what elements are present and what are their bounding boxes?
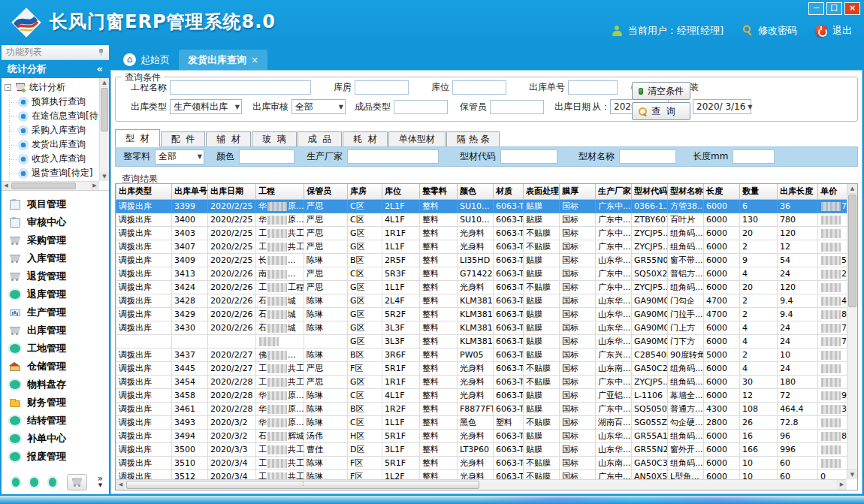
material-tab[interactable]: 成 品 (298, 131, 343, 147)
sidebar-menu-item[interactable]: 财务管理 (2, 394, 109, 412)
scroll-down-icon[interactable]: ▼ (847, 469, 857, 479)
scroll-left-icon[interactable]: ◀ (2, 182, 11, 190)
scroll-up-icon[interactable]: ▲ (847, 184, 857, 194)
whole-piece-select[interactable]: 全部▼ (155, 149, 204, 164)
sidebar-menu-item[interactable]: 入库管理 (2, 249, 109, 267)
sidebar-menu-item[interactable]: 出库管理 (2, 321, 109, 340)
column-header[interactable]: 整零料 (420, 184, 458, 199)
table-row[interactable]: 调拨出库35122020/3/4工共工程陈琳F区1L2F整料光身料6063-T5… (116, 469, 847, 479)
more-menus-chevron[interactable]: » ▼ (98, 475, 103, 489)
tree-expander-icon[interactable]: - (5, 84, 11, 91)
table-row[interactable]: 调拨出库34072020/2/25工共工程严思G区1L1F整料光身料6063-T… (116, 240, 847, 253)
tree-item[interactable]: 在途信息查询[待 (9, 109, 98, 123)
scroll-right-icon[interactable]: ▶ (90, 182, 99, 190)
maximize-button[interactable]: 口 (826, 2, 842, 15)
table-row[interactable]: 调拨出库34282020/2/26石城陈琳G区2L4F整料KLM38176063… (116, 294, 847, 307)
table-row[interactable]: 调拨出库34942020/3/2石辉城汤伟H区5R1F整料光身料6063-T5贴… (116, 429, 847, 442)
material-tab[interactable]: 耗 材 (343, 131, 388, 147)
table-row[interactable]: 调拨出库35102020/3/4工共工程陈琳F区5R1F整料光身料6063-T5… (116, 456, 847, 469)
sidebar-menu-item[interactable]: 审核中心 (2, 213, 109, 231)
table-row[interactable]: 调拨出库35002020/3/3工共工程曹佳D区3L1F整料LT3P606063… (116, 442, 847, 456)
project-name-input[interactable] (170, 80, 311, 95)
cart-button[interactable] (67, 474, 86, 490)
column-header[interactable]: 颜色 (458, 184, 494, 199)
sidebar-menu-item[interactable]: 采购管理 (2, 231, 109, 249)
dot-icon[interactable] (30, 478, 38, 487)
column-header[interactable]: 数量 (740, 184, 778, 199)
sidebar-menu-item[interactable]: 物料盘存 (2, 376, 109, 394)
manufacturer-input[interactable] (347, 149, 439, 164)
outbound-type-select[interactable]: 生产领料出库▼ (170, 99, 242, 114)
results-horizontal-scrollbar[interactable]: ◀ ▶ (116, 479, 847, 490)
section-header-statistics[interactable]: 统计分析 « (2, 60, 109, 78)
tree-item[interactable]: 采购入库查询 (9, 123, 98, 137)
material-tab[interactable]: 辅 材 (206, 131, 251, 147)
tree-item[interactable]: 预算执行查询 (9, 95, 98, 109)
length-input[interactable] (733, 149, 775, 164)
column-header[interactable]: 长度 (704, 184, 740, 199)
column-header[interactable]: 材质 (494, 184, 524, 199)
column-header[interactable]: 型材代码 (632, 184, 668, 199)
logout-link[interactable]: 退出 (832, 24, 852, 38)
column-header[interactable]: 出库长度 (778, 184, 818, 199)
column-header[interactable]: 表面处理 (524, 184, 560, 199)
sidebar-menu-item[interactable]: 生产管理 (2, 303, 109, 321)
tree-vertical-scrollbar[interactable]: ▲ ▼ (99, 78, 109, 181)
table-row[interactable]: 调拨出库34452020/2/27工共工程严思F区5R1F整料光身料6063-T… (116, 361, 847, 375)
scroll-right-icon[interactable]: ▶ (837, 480, 847, 490)
search-button[interactable]: 查 询 (632, 102, 690, 120)
sidebar-menu-item[interactable]: 工地管理 (2, 340, 109, 358)
product-type-input[interactable] (394, 100, 448, 114)
color-input[interactable] (239, 149, 295, 164)
scroll-left-icon[interactable]: ◀ (116, 480, 125, 490)
outbound-no-input[interactable] (568, 80, 618, 95)
scroll-down-icon[interactable]: ▼ (100, 172, 109, 181)
collapse-icon[interactable]: « (97, 60, 103, 78)
date-to-select[interactable]: 2020/ 3/16▼ (693, 99, 751, 114)
table-row[interactable]: 调拨出库34292020/2/26石城陈琳G区5R2F整料KLM38176063… (116, 307, 847, 321)
profile-code-input[interactable] (500, 149, 557, 164)
sidebar-menu-item[interactable]: 退货管理 (2, 267, 109, 285)
sidebar-menu-item[interactable]: 项目管理 (2, 195, 109, 213)
sidebar-menu-item[interactable]: 补单中心 (2, 430, 109, 448)
document-tab[interactable]: ⌂ 起始页 (114, 50, 179, 70)
column-header[interactable]: 型材名称 (668, 184, 704, 199)
table-row[interactable]: 调拨出库34932020/3/2华原...陈琳C区1L1F整料黑色塑料不贴膜国标… (116, 415, 847, 429)
audit-select[interactable]: 全部▼ (292, 99, 346, 114)
sidebar-menu-item[interactable]: 结转管理 (2, 412, 109, 430)
keeper-input[interactable] (490, 100, 544, 114)
minimize-button[interactable]: ─ (808, 2, 824, 15)
document-tab[interactable]: 发货出库查询 × (179, 50, 267, 70)
material-tab[interactable]: 隔 热 条 (446, 131, 500, 147)
profile-name-input[interactable] (619, 149, 676, 164)
column-header[interactable]: 单价 (818, 184, 847, 199)
scrollbar-thumb[interactable] (101, 88, 108, 131)
scroll-up-icon[interactable]: ▲ (100, 78, 109, 87)
close-button[interactable]: × (844, 2, 860, 15)
table-row[interactable]: 调拨出库34372020/2/27佛...陈琳B区3R6F整料PW056063-… (116, 348, 847, 361)
column-header[interactable]: 生产厂家 (596, 184, 632, 199)
table-row[interactable]: 调拨出库34032020/2/25工共工程严思G区1R1F整料光身料6063-T… (116, 226, 847, 240)
table-row[interactable]: 调拨出库34612020/2/28华原...陈琳B区1R2F整料F8877FT6… (116, 402, 847, 415)
column-header[interactable]: 出库类型 (116, 184, 172, 199)
table-row[interactable]: 调拨出库34092020/2/25长...陈琳B区2R5F整料LI35HD606… (116, 253, 847, 267)
results-table[interactable]: 出库类型出库单号出库日期工程保管员库房库位整零料颜色材质表面处理膜厚生产厂家型材… (116, 184, 847, 479)
scrollbar-thumb[interactable] (848, 195, 856, 307)
table-row[interactable]: 调拨出库33992020/2/25华原...严思C区2L1F整料SU10...6… (116, 199, 847, 213)
sidebar-menu-item[interactable]: 报废管理 (2, 448, 109, 466)
column-header[interactable]: 工程 (256, 184, 304, 199)
column-header[interactable]: 保管员 (304, 184, 348, 199)
table-row[interactable]: 调拨出库34582020/2/28华原...陈琳C区4L1F整料光身料6063-… (116, 388, 847, 402)
clear-conditions-button[interactable]: 清空条件 (632, 82, 690, 100)
tree-item[interactable]: 收货入库查询 (9, 152, 98, 166)
column-header[interactable]: 库位 (382, 184, 420, 199)
sidebar-menu-item[interactable]: 退库管理 (2, 285, 109, 303)
dot-icon[interactable] (12, 478, 20, 487)
tab-close-icon[interactable]: × (251, 55, 258, 65)
results-vertical-scrollbar[interactable]: ▲ ▼ (847, 184, 857, 479)
dot-icon[interactable] (49, 478, 56, 487)
material-tab[interactable]: 单体型材 (388, 131, 446, 147)
table-row[interactable]: 调拨出库34242020/2/26工工程严思G区1L1F整料光身料6063-T5… (116, 280, 847, 294)
material-tab[interactable]: 配 件 (161, 131, 206, 147)
table-row[interactable]: 调拨出库34002020/2/25华原...严思C区4L1F整料SU10...6… (116, 213, 847, 226)
